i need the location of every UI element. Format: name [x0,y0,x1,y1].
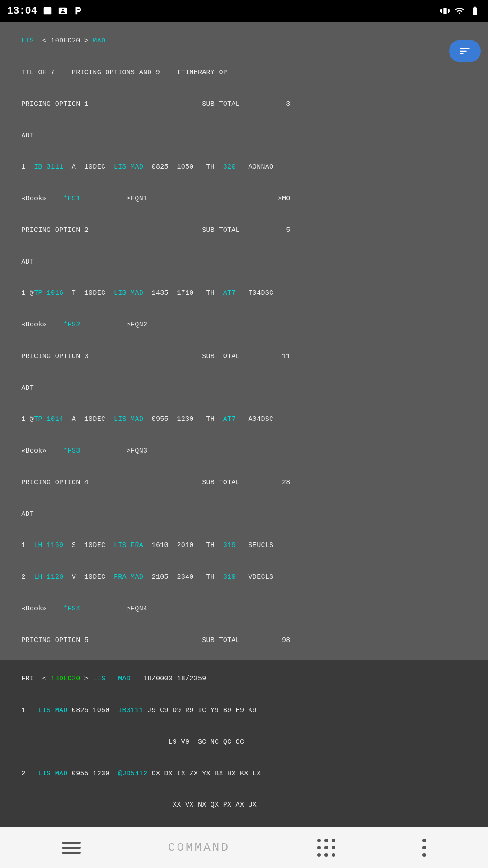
pricing-option-1-flight-1: 1 IB 3111 A 10DEC LIS MAD 0825 1050 TH 3… [5,151,483,183]
pricing-option-3-adt: ADT [5,372,483,404]
status-bar: 13:04 [0,0,488,22]
filter-button[interactable] [449,40,481,62]
pricing-option-5-header: PRICING OPTION 5 SUB TOTAL 98 [5,624,483,656]
pricing-option-4-flight-1: 1 LH 1169 S 10DEC LIS FRA 1610 2010 TH 3… [5,530,483,561]
pricing-option-2-adt: ADT [5,246,483,278]
pricing-option-3-book: «Book» *FS3 >FQN3 [5,435,483,467]
lower-flight-2: 2 LIS MAD 0955 1230 @JD5412 CX DX IX ZX … [5,758,483,789]
pricing-option-2-flight-1: 1 @TP 1016 T 10DEC LIS MAD 1435 1710 TH … [5,278,483,309]
filter-icon [459,45,471,57]
bottom-nav: COMMAND [0,827,488,868]
lower-flight-1: 1 LIS MAD 0825 1050 IB3111 J9 C9 D9 R9 I… [5,695,483,726]
lower-flight-2-classes: XX VX NX QX PX AX UX [5,789,483,821]
top-section: LIS < 10DEC20 > MAD TTL OF 7 PRICING OPT… [0,22,488,660]
command-input[interactable]: COMMAND [168,841,230,854]
pricing-option-2-header: PRICING OPTION 2 SUB TOTAL 5 [5,215,483,246]
pricing-option-1-adt: ADT [5,120,483,151]
id-icon [58,6,68,16]
pricing-option-3-flight-1: 1 @TP 1014 A 10DEC LIS MAD 0955 1230 TH … [5,404,483,435]
photo-icon [42,6,52,16]
pricing-option-3-header: PRICING OPTION 3 SUB TOTAL 11 [5,341,483,373]
header-line: LIS < 10DEC20 > MAD [5,25,483,57]
wifi-icon [455,6,465,16]
pricing-option-4-flight-2: 2 LH 1120 V 10DEC FRA MAD 2105 2340 TH 3… [5,561,483,593]
pricing-option-2-book: «Book» *FS2 >FQN2 [5,309,483,341]
grid-menu[interactable] [317,839,335,857]
status-left: 13:04 [7,5,83,17]
pricing-option-1-header: PRICING OPTION 1 SUB TOTAL 3 [5,89,483,120]
pricing-option-4-header: PRICING OPTION 4 SUB TOTAL 28 [5,467,483,499]
more-menu[interactable] [422,839,426,857]
hamburger-menu[interactable] [62,842,81,854]
battery-icon [469,6,481,16]
status-time: 13:04 [7,5,37,17]
status-right [440,6,481,16]
pricing-option-1-book: «Book» *FS1 >FQN1 >MO [5,183,483,215]
pricing-option-4-adt: ADT [5,498,483,530]
vibrate-icon [440,6,450,16]
ttl-line: TTL OF 7 PRICING OPTIONS AND 9 ITINERARY… [5,57,483,89]
lower-header: FRI < 18DEC20 > LIS MAD 18/0000 18/2359 [5,663,483,695]
lower-flight-1-classes: L9 V9 SC NC QC OC [5,726,483,758]
parking-icon [73,6,83,16]
pricing-option-4-book: «Book» *FS4 >FQN4 [5,593,483,625]
